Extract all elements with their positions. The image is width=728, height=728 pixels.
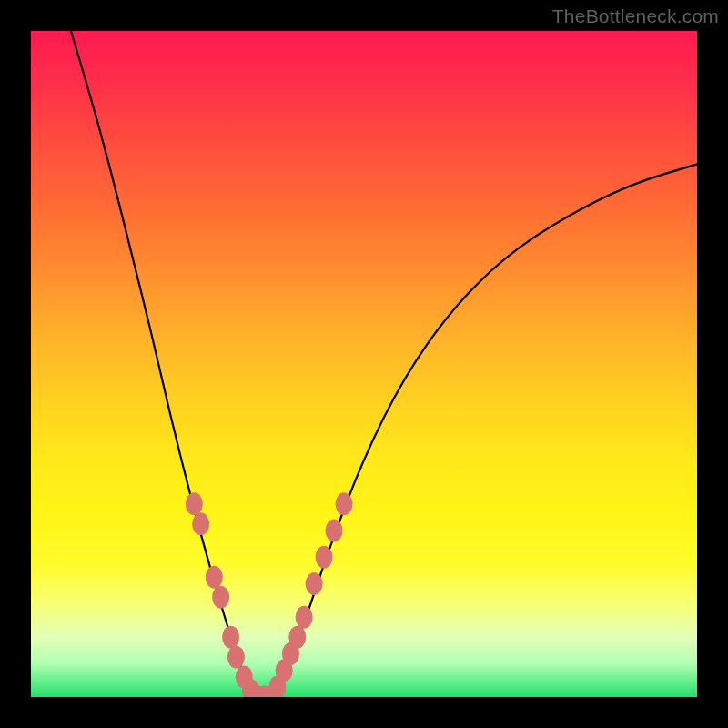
curve-marker [316, 546, 333, 569]
curve-marker [228, 646, 245, 669]
curve-marker [212, 586, 229, 609]
curve-marker [222, 626, 239, 649]
curve-marker [288, 626, 306, 649]
chart-frame: TheBottleneck.com [0, 0, 728, 728]
curve-svg [31, 31, 697, 697]
curve-marker [296, 606, 313, 629]
curve-marker [306, 572, 323, 595]
curve-marker [336, 492, 353, 515]
watermark-text: TheBottleneck.com [552, 5, 719, 27]
curve-marker [206, 566, 223, 589]
curve-markers [186, 492, 353, 697]
curve-marker [186, 492, 203, 515]
curve-marker [192, 512, 209, 535]
plot-area [31, 31, 697, 697]
curve-marker [326, 520, 343, 542]
bottleneck-curve [71, 31, 697, 697]
